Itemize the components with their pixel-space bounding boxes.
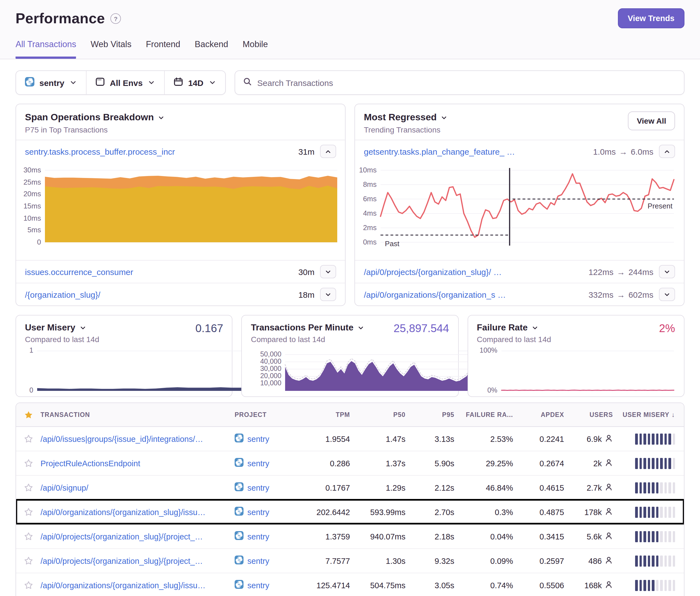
project-filter-label: sentry <box>40 78 64 87</box>
project-link[interactable]: sentry <box>234 531 269 542</box>
user-misery-cell <box>613 507 684 518</box>
favorite-star-icon[interactable] <box>16 556 41 566</box>
tab-mobile[interactable]: Mobile <box>243 40 268 59</box>
user-misery-column-header[interactable]: USER MISERY ↓ <box>613 411 684 418</box>
collapse-button[interactable] <box>659 145 675 158</box>
p95-column-header[interactable]: P95 <box>405 411 454 418</box>
table-row[interactable]: /api/0/organizations/{organization_slug}… <box>16 499 684 524</box>
view-trends-button[interactable]: View Trends <box>618 8 684 28</box>
p50-column-header[interactable]: P50 <box>350 411 405 418</box>
tab-backend[interactable]: Backend <box>195 40 228 59</box>
user-misery-bars <box>635 555 675 566</box>
misery-bar <box>664 507 667 518</box>
card-mini-chart: 100%0% <box>477 347 675 392</box>
misery-bar <box>635 580 638 591</box>
arrow-right-icon: → <box>619 147 627 156</box>
project-link[interactable]: sentry <box>234 507 269 517</box>
project-cell: sentry <box>234 458 300 468</box>
project-link[interactable]: sentry <box>234 434 269 444</box>
python-project-icon <box>234 531 244 542</box>
user-misery-card: User Misery0.167Compared to last 14d10 <box>16 315 233 397</box>
tpm-cell: 0.1767 <box>300 483 350 492</box>
transaction-link[interactable]: /api/0/projects/{organization_slug}/{pro… <box>41 556 203 565</box>
misery-bar <box>635 433 638 444</box>
p95-cell: 3.05s <box>405 581 454 590</box>
user-icon <box>605 532 613 541</box>
project-cell: sentry <box>234 482 300 493</box>
card-title[interactable]: Failure Rate <box>477 323 675 333</box>
transaction-link[interactable]: /api/0/signup/ <box>41 483 89 492</box>
date-range-filter[interactable]: 14D <box>164 71 225 94</box>
star-column-header[interactable] <box>16 410 41 419</box>
transaction-link[interactable]: getsentry.tasks.plan_change_feature_ … <box>364 147 588 156</box>
transaction-link[interactable]: /api/0/organizations/{organization_s … <box>364 290 583 299</box>
failure-rate-cell: 0.74% <box>454 581 513 590</box>
chevron-down-icon <box>441 114 448 121</box>
transaction-link[interactable]: /{organization_slug}/ <box>25 290 293 299</box>
favorite-star-icon[interactable] <box>16 580 41 590</box>
favorite-star-icon[interactable] <box>16 434 41 443</box>
most-regressed-chart: 10ms8ms6ms4ms2ms0msPastPresent <box>355 165 681 258</box>
misery-bar <box>656 458 658 469</box>
misery-bar <box>673 482 675 493</box>
tab-all-transactions[interactable]: All Transactions <box>16 40 76 59</box>
misery-bar <box>668 555 671 566</box>
chevron-down-icon <box>69 79 77 86</box>
tpm-column-header[interactable]: TPM <box>300 411 350 418</box>
transaction-link[interactable]: /api/0/projects/{organization_slug}/{pro… <box>41 532 203 541</box>
project-filter[interactable]: sentry <box>16 71 86 94</box>
transaction-link[interactable]: ProjectRuleActionsEndpoint <box>41 459 140 468</box>
apdex-cell: 0.3415 <box>513 532 564 541</box>
transaction-column-header[interactable]: TRANSACTION <box>41 411 234 418</box>
expand-button[interactable] <box>320 288 336 301</box>
table-row[interactable]: /api/0/projects/{organization_slug}/{pro… <box>16 524 684 548</box>
card-title-text: User Misery <box>25 323 75 333</box>
project-link[interactable]: sentry <box>234 458 269 468</box>
card-title[interactable]: User Misery <box>25 323 223 333</box>
users-column-header[interactable]: USERS <box>564 411 613 418</box>
favorite-star-icon[interactable] <box>16 507 41 517</box>
table-row[interactable]: /api/0/signup/sentry0.17671.29s2.12s46.8… <box>16 475 684 499</box>
tpm-cell: 0.286 <box>300 459 350 468</box>
tab-frontend[interactable]: Frontend <box>146 40 180 59</box>
view-all-button[interactable]: View All <box>628 111 675 130</box>
tab-web-vitals[interactable]: Web Vitals <box>91 40 131 59</box>
project-column-header[interactable]: PROJECT <box>234 411 300 418</box>
transaction-link[interactable]: /api/0/issues|groups/{issue_id}/integrat… <box>41 434 203 443</box>
p50-cell: 1.29s <box>350 483 405 492</box>
table-row[interactable]: /api/0/organizations/{organization_slug}… <box>16 573 684 596</box>
favorite-star-icon[interactable] <box>16 483 41 492</box>
misery-bar <box>664 531 667 542</box>
favorite-star-icon[interactable] <box>16 459 41 468</box>
collapse-button[interactable] <box>320 145 336 158</box>
transaction-link[interactable]: /api/0/projects/{organization_slug}/ … <box>364 267 583 276</box>
environment-filter[interactable]: All Envs <box>86 71 164 94</box>
apdex-column-header[interactable]: APDEX <box>513 411 564 418</box>
project-link[interactable]: sentry <box>234 482 269 493</box>
expand-button[interactable] <box>659 265 675 278</box>
card-subtitle: Compared to last 14d <box>251 335 449 344</box>
misery-bar <box>639 507 642 518</box>
p50-cell: 1.30s <box>350 556 405 565</box>
transaction-link[interactable]: issues.occurrence_consumer <box>25 267 293 276</box>
table-row[interactable]: ProjectRuleActionsEndpointsentry0.2861.3… <box>16 451 684 475</box>
expand-button[interactable] <box>659 288 675 301</box>
help-icon[interactable]: ? <box>110 13 121 24</box>
chevron-down-icon <box>532 324 539 331</box>
table-row[interactable]: /api/0/projects/{organization_slug}/{pro… <box>16 548 684 573</box>
project-link[interactable]: sentry <box>234 580 269 591</box>
users-cell: 486 <box>564 556 613 566</box>
project-link[interactable]: sentry <box>234 555 269 566</box>
expand-button[interactable] <box>320 265 336 278</box>
misery-bar <box>660 433 662 444</box>
transaction-link[interactable]: sentry.tasks.process_buffer.process_incr <box>25 147 293 156</box>
failure-rate-column-header[interactable]: FAILURE RA... <box>454 411 513 418</box>
transaction-link[interactable]: /api/0/organizations/{organization_slug}… <box>41 508 205 516</box>
table-row[interactable]: /api/0/issues|groups/{issue_id}/integrat… <box>16 427 684 451</box>
misery-bar <box>644 482 646 493</box>
transaction-link[interactable]: /api/0/organizations/{organization_slug}… <box>41 581 205 590</box>
favorite-star-icon[interactable] <box>16 532 41 541</box>
span-breakdown-title[interactable]: Span Operations Breakdown <box>25 112 336 123</box>
search-transactions-input[interactable]: Search Transactions <box>234 71 685 95</box>
transactions-table: TRANSACTION PROJECT TPM P50 P95 FAILURE … <box>16 403 684 596</box>
